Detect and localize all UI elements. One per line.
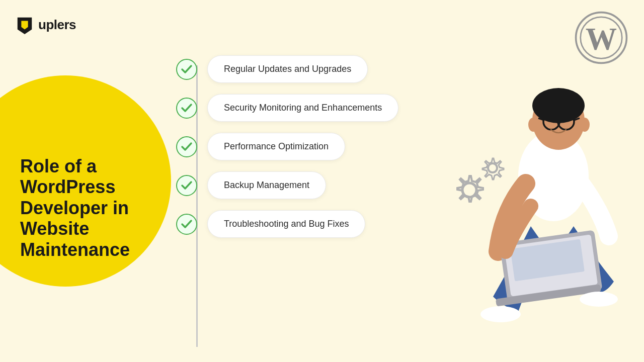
svg-point-20 — [528, 118, 538, 132]
svg-point-21 — [580, 118, 590, 132]
svg-point-26 — [480, 306, 521, 322]
items-list: Regular Updates and Upgrades Security Mo… — [176, 55, 398, 238]
logo: uplers — [15, 15, 76, 34]
check-icon-3 — [176, 136, 197, 157]
svg-point-8 — [177, 175, 197, 196]
item-2-label: Security Monitoring and Enhancements — [207, 94, 398, 122]
svg-point-5 — [177, 59, 197, 79]
list-item: Security Monitoring and Enhancements — [176, 94, 398, 122]
item-1-label: Regular Updates and Upgrades — [207, 55, 368, 83]
list-item: Regular Updates and Upgrades — [176, 55, 398, 83]
logo-text: uplers — [38, 17, 76, 33]
check-icon-2 — [176, 98, 197, 119]
check-icon-4 — [176, 175, 197, 196]
item-4-label: Backup Management — [207, 171, 326, 199]
svg-point-27 — [580, 292, 618, 307]
uplers-logo-icon — [15, 15, 34, 34]
item-5-label: Troubleshooting and Bug Fixes — [207, 210, 365, 238]
item-3-label: Performance Optimization — [207, 133, 345, 160]
person-figure — [453, 35, 639, 362]
list-item: Performance Optimization — [176, 133, 398, 160]
main-title: Role of a WordPress Developer in Website… — [20, 156, 146, 260]
svg-point-6 — [177, 98, 197, 118]
svg-point-9 — [177, 214, 197, 234]
check-icon-1 — [176, 59, 197, 80]
list-item: Troubleshooting and Bug Fixes — [176, 210, 398, 238]
check-icon-5 — [176, 214, 197, 235]
svg-point-7 — [177, 137, 197, 157]
list-item: Backup Management — [176, 171, 398, 199]
